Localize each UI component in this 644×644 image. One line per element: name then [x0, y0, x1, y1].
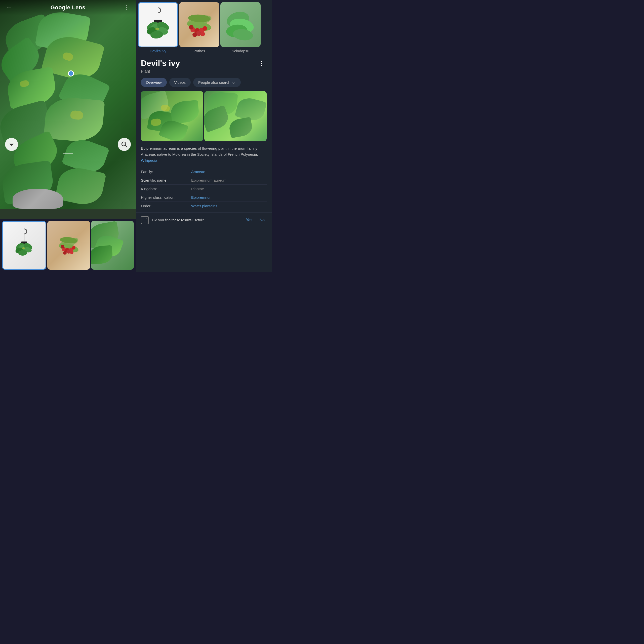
fact-label-order: Order: [141, 204, 191, 208]
drag-handle[interactable] [63, 153, 73, 154]
thumbnails-row [0, 219, 136, 272]
feedback-yes-button[interactable]: Yes [244, 218, 254, 222]
thumbnail-1[interactable] [2, 221, 46, 270]
strip-image-3 [220, 2, 261, 47]
fact-label-scientific: Scientific name: [141, 178, 191, 182]
app-title-bold: Lens [72, 4, 85, 11]
svg-point-53 [145, 221, 145, 221]
bottom-controls [0, 138, 136, 151]
plant-type: Plant [141, 69, 267, 74]
plant-photo: ← Google Lens ⋮ [0, 0, 136, 209]
plant-image-left[interactable] [141, 91, 203, 141]
thumbnail-3[interactable] [91, 221, 134, 270]
strip-label-2: Pothos [179, 49, 219, 53]
strip-item-2[interactable]: Pothos [179, 2, 219, 53]
svg-rect-1 [10, 144, 13, 145]
grid-leaf [228, 117, 254, 138]
svg-point-42 [189, 25, 193, 29]
svg-rect-2 [11, 145, 12, 146]
info-section: Devil's ivy ⋮ Plant Overview Videos Peop… [136, 54, 272, 210]
fact-scientific: Scientific name: Epipremnum aureum [141, 176, 267, 185]
fact-label-higher-class: Higher classification: [141, 195, 191, 199]
svg-point-35 [155, 28, 159, 30]
filter-icon [9, 141, 15, 147]
feedback-question: Did you find these results useful? [152, 218, 241, 222]
plant-name: Devil's ivy [141, 59, 180, 68]
strip-label-3: Scindapsu [220, 49, 261, 53]
plant-name-row: Devil's ivy ⋮ [141, 58, 267, 68]
wikipedia-link[interactable]: Wikipedia [141, 158, 157, 163]
tab-overview[interactable]: Overview [141, 78, 167, 87]
berries-svg [56, 228, 81, 263]
feedback-no-button[interactable]: No [258, 218, 267, 222]
filter-button[interactable] [5, 138, 18, 151]
svg-point-22 [61, 245, 64, 248]
left-panel: ← Google Lens ⋮ [0, 0, 136, 272]
fact-value-kingdom: Plantae [191, 187, 204, 191]
lens-icon [121, 141, 128, 148]
top-bar: ← Google Lens ⋮ [0, 0, 136, 15]
thumb-3-image [91, 221, 134, 270]
fact-value-order[interactable]: Water plantains [191, 204, 217, 208]
svg-point-44 [196, 31, 201, 36]
feedback-bar: Did you find these results useful? Yes N… [136, 212, 272, 228]
description-text: Epipremnum aureum is a species of flower… [141, 146, 258, 156]
strip-image-1 [138, 2, 178, 47]
fact-order: Order: Water plantains [141, 202, 267, 210]
svg-point-6 [123, 144, 124, 144]
fact-higher-classification: Higher classification: Epipremnum [141, 193, 267, 202]
thumbnail-2[interactable] [47, 221, 90, 270]
plant-images-grid [141, 91, 267, 141]
right-panel: Devil's ivy Pothos [136, 0, 272, 272]
strip-item-1[interactable]: Devil's ivy [138, 2, 178, 53]
strip-hanging-plant [143, 6, 173, 44]
header-more-button[interactable]: ⋮ [122, 3, 132, 13]
svg-point-25 [63, 251, 67, 255]
facts-section: Family: Araceae Scientific name: Epiprem… [141, 168, 267, 210]
lens-search-button[interactable] [118, 138, 131, 151]
leaf-decoration [44, 96, 105, 143]
strip-image-2 [179, 2, 219, 47]
tab-people-also-search[interactable]: People also search for [193, 78, 241, 87]
fact-kingdom: Kingdom: Plantae [141, 185, 267, 193]
rock-decoration [13, 189, 63, 209]
plant-description: Epipremnum aureum is a species of flower… [141, 145, 267, 164]
strip-scindapsus [225, 6, 256, 44]
svg-point-46 [200, 32, 205, 36]
plant-more-button[interactable]: ⋮ [257, 58, 267, 68]
thumb-2-image [47, 221, 90, 270]
svg-point-43 [203, 26, 207, 31]
back-button[interactable]: ← [4, 3, 14, 13]
tabs-row: Overview Videos People also search for [141, 78, 267, 87]
fact-value-family[interactable]: Araceae [191, 170, 205, 174]
thumb-1-image [3, 222, 46, 269]
strip-berries-plant [184, 6, 214, 44]
grid-leaf [170, 100, 200, 124]
strip-item-3[interactable]: Scindapsu [220, 2, 261, 53]
fact-value-higher-class[interactable]: Epipremnum [191, 195, 213, 199]
svg-line-4 [125, 145, 127, 147]
focus-dot [68, 70, 74, 76]
exclamation-icon [143, 218, 147, 222]
app-title-regular: Google [51, 4, 72, 11]
image-strip: Devil's ivy Pothos [136, 0, 272, 54]
svg-point-3 [122, 142, 126, 146]
svg-point-26 [70, 251, 73, 254]
strip-label-1: Devil's ivy [138, 49, 178, 53]
plant-image-right[interactable] [204, 91, 267, 141]
leaf-shape [91, 245, 113, 265]
fact-value-scientific: Epipremnum aureum [191, 178, 226, 182]
tab-videos[interactable]: Videos [169, 78, 191, 87]
fact-label-kingdom: Kingdom: [141, 187, 191, 191]
fact-label-family: Family: [141, 170, 191, 174]
feedback-icon [141, 216, 149, 224]
svg-point-45 [192, 32, 197, 37]
svg-point-23 [72, 246, 75, 250]
app-title: Google Lens [51, 4, 86, 11]
svg-rect-0 [9, 143, 14, 143]
hanging-plant-svg [14, 228, 34, 263]
fact-family: Family: Araceae [141, 168, 267, 176]
